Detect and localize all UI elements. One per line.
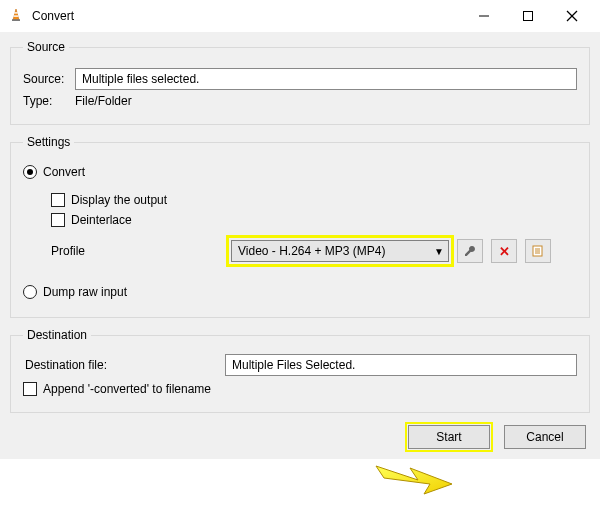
radio-icon xyxy=(23,285,37,299)
destination-file-label: Destination file: xyxy=(25,358,225,372)
deinterlace-label: Deinterlace xyxy=(71,213,132,227)
svg-rect-3 xyxy=(12,19,20,21)
display-output-checkbox[interactable]: Display the output xyxy=(51,193,577,207)
x-icon: ✕ xyxy=(499,244,510,259)
maximize-button[interactable] xyxy=(506,2,550,30)
delete-profile-button[interactable]: ✕ xyxy=(491,239,517,263)
svg-rect-5 xyxy=(524,12,533,21)
profile-value: Video - H.264 + MP3 (MP4) xyxy=(238,244,434,258)
destination-group: Destination Destination file: Append '-c… xyxy=(10,328,590,413)
type-label: Type: xyxy=(23,94,75,108)
source-legend: Source xyxy=(23,40,69,54)
display-output-label: Display the output xyxy=(71,193,167,207)
new-profile-button[interactable] xyxy=(525,239,551,263)
dump-raw-label: Dump raw input xyxy=(43,285,127,299)
close-button[interactable] xyxy=(550,2,594,30)
type-value: File/Folder xyxy=(75,94,132,108)
checkbox-icon xyxy=(51,193,65,207)
vlc-cone-icon xyxy=(8,7,24,26)
settings-legend: Settings xyxy=(23,135,74,149)
wrench-icon xyxy=(463,244,477,258)
start-button[interactable]: Start xyxy=(408,425,490,449)
source-group: Source Source: Type: File/Folder xyxy=(10,40,590,125)
convert-radio-label: Convert xyxy=(43,165,85,179)
radio-icon xyxy=(23,165,37,179)
source-input[interactable] xyxy=(75,68,577,90)
deinterlace-checkbox[interactable]: Deinterlace xyxy=(51,213,577,227)
append-converted-checkbox[interactable]: Append '-converted' to filename xyxy=(23,382,577,396)
checkbox-icon xyxy=(23,382,37,396)
settings-group: Settings Convert Display the output Dein… xyxy=(10,135,590,318)
cancel-button[interactable]: Cancel xyxy=(504,425,586,449)
destination-legend: Destination xyxy=(23,328,91,342)
new-file-icon xyxy=(531,244,545,258)
svg-marker-0 xyxy=(13,9,19,20)
destination-file-input[interactable] xyxy=(225,354,577,376)
append-converted-label: Append '-converted' to filename xyxy=(43,382,211,396)
minimize-button[interactable] xyxy=(462,2,506,30)
titlebar: Convert xyxy=(0,0,600,32)
svg-rect-2 xyxy=(14,15,19,16)
annotation-arrow-icon xyxy=(370,460,460,500)
svg-rect-1 xyxy=(14,12,17,13)
edit-profile-button[interactable] xyxy=(457,239,483,263)
convert-radio[interactable]: Convert xyxy=(23,165,577,179)
chevron-down-icon: ▼ xyxy=(434,246,444,257)
svg-marker-12 xyxy=(376,466,452,494)
profile-label: Profile xyxy=(51,244,231,258)
profile-dropdown[interactable]: Video - H.264 + MP3 (MP4) ▼ xyxy=(231,240,449,262)
checkbox-icon xyxy=(51,213,65,227)
window-title: Convert xyxy=(32,9,74,23)
dump-raw-radio[interactable]: Dump raw input xyxy=(23,285,577,299)
source-label: Source: xyxy=(23,72,75,86)
